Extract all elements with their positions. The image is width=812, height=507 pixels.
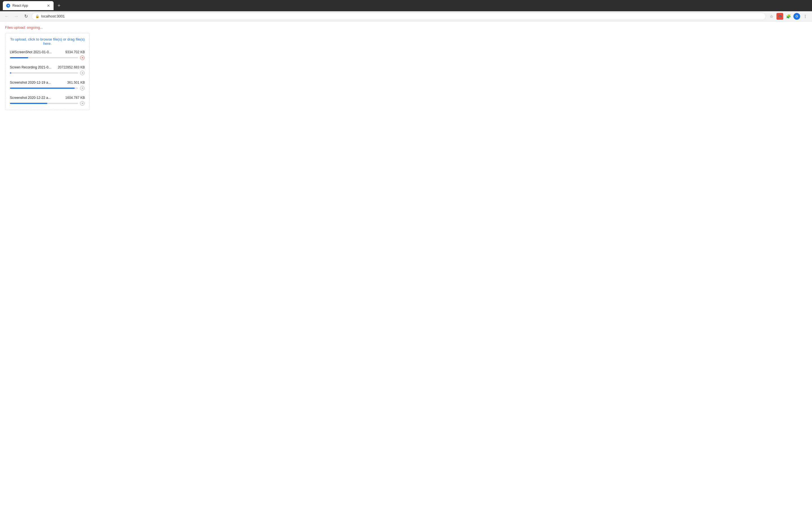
progress-row: ✕ <box>10 101 85 106</box>
progress-track <box>10 88 78 89</box>
new-tab-button[interactable]: + <box>55 2 63 10</box>
progress-fill <box>10 57 28 58</box>
progress-row: ✕ <box>10 70 85 75</box>
nav-bar: ← → ↻ 🔒 localhost:3001 ☆ 🎮 🧩 O ⋮ <box>0 11 812 21</box>
progress-fill <box>10 88 75 89</box>
upload-dropzone[interactable]: To upload, click to browse file(s) or dr… <box>5 33 90 110</box>
file-size: 9334.702 KB <box>65 50 85 54</box>
account-avatar[interactable]: O <box>794 13 800 20</box>
file-header: Screen Recording 2021-0... 20722852.683 … <box>10 65 85 69</box>
file-item: LWScreenShot 2021-01-0... 9334.702 KB ✕ <box>10 50 85 60</box>
file-size: 20722852.683 KB <box>58 65 85 69</box>
tab-close-button[interactable]: ✕ <box>47 4 50 8</box>
file-header: Screenshot 2020-12-22 a... 1604.787 KB <box>10 96 85 100</box>
extensions-button[interactable]: 🧩 <box>784 12 792 20</box>
cancel-button[interactable]: ✕ <box>80 101 85 106</box>
progress-track <box>10 72 78 73</box>
progress-row: ✕ <box>10 86 85 91</box>
cancel-button[interactable]: ✕ <box>80 70 85 75</box>
nav-actions: ☆ 🎮 🧩 O ⋮ <box>767 12 809 20</box>
star-button[interactable]: ☆ <box>767 12 775 20</box>
cancel-button[interactable]: ✕ <box>80 55 85 60</box>
address-bar[interactable]: 🔒 localhost:3001 <box>32 13 766 20</box>
forward-button[interactable]: → <box>12 12 20 20</box>
menu-button[interactable]: ⋮ <box>801 12 809 20</box>
tab-bar: ⚛ React App ✕ + <box>3 0 63 11</box>
address-url: localhost:3001 <box>41 14 65 18</box>
file-item: Screenshot 2020-12-19 a... 361.501 KB ✕ <box>10 80 85 91</box>
address-lock-icon: 🔒 <box>35 14 40 18</box>
cancel-icon: ✕ <box>80 101 85 106</box>
browser-chrome: ⚛ React App ✕ + <box>0 0 812 11</box>
file-item: Screen Recording 2021-0... 20722852.683 … <box>10 65 85 75</box>
progress-row: ✕ <box>10 55 85 60</box>
file-size: 361.501 KB <box>67 80 85 84</box>
file-item: Screenshot 2020-12-22 a... 1604.787 KB ✕ <box>10 96 85 106</box>
progress-fill <box>10 103 47 104</box>
file-name: Screenshot 2020-12-19 a... <box>10 80 51 84</box>
reload-button[interactable]: ↻ <box>22 12 30 20</box>
file-name: Screenshot 2020-12-22 a... <box>10 96 51 100</box>
cancel-icon: ✕ <box>80 71 85 75</box>
file-size: 1604.787 KB <box>65 96 85 100</box>
progress-track <box>10 103 78 104</box>
active-tab[interactable]: ⚛ React App ✕ <box>3 1 54 10</box>
back-button[interactable]: ← <box>3 12 11 20</box>
progress-fill <box>10 72 11 73</box>
progress-track <box>10 57 78 58</box>
cancel-icon: ✕ <box>80 86 85 91</box>
tab-title: React App <box>12 4 45 8</box>
file-name: LWScreenShot 2021-01-0... <box>10 50 52 54</box>
upload-status: Files upload: ongoing... <box>5 25 807 30</box>
file-name: Screen Recording 2021-0... <box>10 65 51 69</box>
file-header: LWScreenShot 2021-01-0... 9334.702 KB <box>10 50 85 54</box>
extension-icon[interactable]: 🎮 <box>776 13 783 20</box>
tab-favicon: ⚛ <box>6 4 10 8</box>
file-list: LWScreenShot 2021-01-0... 9334.702 KB ✕ … <box>10 50 85 106</box>
file-header: Screenshot 2020-12-19 a... 361.501 KB <box>10 80 85 84</box>
upload-prompt[interactable]: To upload, click to browse file(s) or dr… <box>10 37 85 46</box>
cancel-icon: ✕ <box>80 55 85 60</box>
page-content: Files upload: ongoing... To upload, clic… <box>0 21 812 507</box>
cancel-button[interactable]: ✕ <box>80 86 85 91</box>
